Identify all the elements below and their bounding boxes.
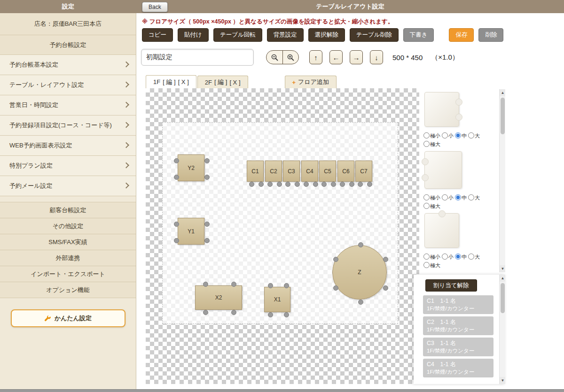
size-radio[interactable]	[442, 132, 448, 138]
size-option[interactable]: 中	[455, 195, 467, 200]
floor-table-C7[interactable]: C7	[355, 161, 372, 182]
assignment-item[interactable]: C3 1-1 名1F/禁煙/カウンター	[423, 338, 494, 356]
table-template-preview[interactable]	[424, 92, 459, 127]
zoom-in-button[interactable]	[282, 51, 298, 64]
floor-table-X2[interactable]: X2	[195, 285, 242, 310]
sidebar-section-header[interactable]: オプション機能	[0, 282, 136, 298]
chair-icon	[203, 282, 208, 287]
sidebar-menu-item[interactable]: 営業日・時間設定	[0, 95, 136, 115]
delete-button[interactable]: 削除	[478, 28, 503, 42]
size-radio[interactable]	[442, 254, 448, 260]
floor-table-C6[interactable]: C6	[337, 161, 354, 182]
floor-table-C2[interactable]: C2	[265, 161, 282, 182]
floor-tab-2F[interactable]: 2F[ 編 ][ X ]	[197, 76, 248, 88]
table-template-preview[interactable]	[424, 151, 462, 189]
size-option[interactable]: 極大	[423, 141, 440, 147]
sidebar-menu-item[interactable]: 予約登録項目設定(コース・コード等)	[0, 115, 136, 136]
size-option[interactable]: 中	[455, 254, 467, 260]
size-option[interactable]: 小	[442, 195, 454, 200]
scroll-up-button[interactable]: ▲	[500, 89, 505, 96]
pan-up-button[interactable]: ↑	[309, 50, 322, 64]
tab-edit-button[interactable]: [ 編 ]	[214, 78, 227, 86]
assignment-scrollbar[interactable]: ▲ ▼	[499, 275, 505, 384]
size-option[interactable]: 大	[468, 195, 480, 200]
tab-edit-button[interactable]: [ 編 ]	[163, 78, 175, 86]
paste-button[interactable]: 貼付け	[178, 28, 209, 42]
sidebar-menu-item[interactable]: 予約メール設定	[0, 176, 136, 196]
floor-table-C3[interactable]: C3	[283, 161, 300, 182]
rotate-table-button[interactable]: テーブル回転	[213, 28, 262, 42]
size-radio[interactable]	[423, 262, 430, 268]
sidebar-section-reservation-ledger[interactable]: 予約台帳設定	[0, 35, 136, 55]
size-radio[interactable]	[442, 194, 448, 200]
size-radio[interactable]	[423, 141, 430, 147]
size-option[interactable]: 極小	[423, 133, 440, 138]
zoom-out-button[interactable]	[266, 51, 282, 64]
deselect-button[interactable]: 選択解除	[308, 28, 345, 42]
pan-down-button[interactable]: ↓	[370, 50, 383, 64]
draft-button[interactable]: 下書き	[403, 28, 434, 42]
assignment-item[interactable]: C2 1-1 名1F/禁煙/カウンター	[423, 316, 494, 335]
sidebar-section-header[interactable]: SMS/FAX実績	[0, 234, 136, 250]
floor-table-C1[interactable]: C1	[247, 161, 264, 182]
size-option[interactable]: 大	[468, 254, 480, 260]
floor-table-C4[interactable]: C4	[301, 161, 318, 182]
tab-floor-label: 2F	[205, 79, 212, 86]
size-radio[interactable]	[423, 203, 430, 209]
sidebar-menu-item[interactable]: WEB予約画面表示設定	[0, 136, 136, 156]
sidebar-section-header[interactable]: その他設定	[0, 218, 136, 234]
size-radio[interactable]	[423, 194, 430, 200]
palette-scrollbar[interactable]: ▲ ▼	[499, 89, 505, 272]
size-radio[interactable]	[455, 254, 461, 260]
size-radio[interactable]	[468, 132, 474, 138]
floor-canvas[interactable]: Y2C1C2C3C4C5C6C7Y1ZX2X1	[146, 88, 419, 384]
size-radio[interactable]	[423, 254, 430, 260]
sidebar-section-header[interactable]: 外部連携	[0, 250, 136, 266]
floor-table-C5[interactable]: C5	[319, 161, 336, 182]
scrollbar-thumb[interactable]	[501, 98, 505, 134]
add-floor-tab[interactable]: + フロア追加	[285, 76, 337, 88]
unassign-button[interactable]: 割り当て解除	[425, 279, 477, 292]
floor-table-Y1[interactable]: Y1	[178, 218, 204, 245]
back-button[interactable]: Back	[142, 2, 168, 12]
scroll-down-button[interactable]: ▼	[500, 265, 505, 272]
pan-right-button[interactable]: →	[350, 50, 363, 64]
size-option[interactable]: 極小	[423, 195, 440, 200]
easy-setting-button[interactable]: かんたん設定	[11, 309, 125, 327]
pan-left-button[interactable]: ←	[329, 50, 343, 64]
tab-close-button[interactable]: [ X ]	[178, 78, 189, 85]
size-option[interactable]: 大	[468, 133, 480, 138]
scroll-up-button[interactable]: ▲	[500, 275, 505, 282]
sidebar-menu-item[interactable]: テーブル・レイアウト設定	[0, 75, 136, 95]
assignment-item[interactable]: C4 1-1 名1F/禁煙/カウンター	[423, 359, 494, 377]
scrollbar-thumb[interactable]	[501, 283, 505, 313]
floor-table-Y2[interactable]: Y2	[178, 154, 204, 181]
sidebar-menu-item[interactable]: 予約台帳基本設定	[0, 55, 136, 75]
sidebar-section-header[interactable]: インポート・エクスポート	[0, 266, 136, 282]
size-option[interactable]: 極大	[423, 262, 440, 268]
size-radio[interactable]	[455, 132, 461, 138]
background-settings-button[interactable]: 背景設定	[267, 28, 304, 42]
size-radio[interactable]	[468, 254, 474, 260]
tab-close-button[interactable]: [ X ]	[229, 79, 240, 86]
delete-table-button[interactable]: テーブル削除	[350, 28, 399, 42]
assignment-item[interactable]: C1 1-1 名1F/禁煙/カウンター	[423, 295, 494, 314]
size-option[interactable]: 極大	[423, 203, 440, 209]
sidebar-section-header[interactable]: 顧客台帳設定	[0, 202, 136, 218]
floor-name-input[interactable]	[141, 49, 254, 66]
size-option[interactable]: 中	[455, 133, 467, 138]
table-template-preview[interactable]	[424, 213, 459, 248]
floor-tab-1F[interactable]: 1F[ 編 ][ X ]	[146, 75, 196, 88]
floor-table-X1[interactable]: X1	[264, 287, 290, 312]
sidebar-menu-item[interactable]: 特別プラン設定	[0, 156, 136, 176]
size-radio[interactable]	[468, 194, 474, 200]
size-option[interactable]: 小	[442, 133, 454, 138]
scroll-down-button[interactable]: ▼	[500, 377, 505, 384]
floor-table-Z[interactable]: Z	[332, 245, 387, 300]
copy-button[interactable]: コピー	[142, 28, 173, 42]
size-radio[interactable]	[423, 132, 430, 138]
save-button[interactable]: 保存	[449, 28, 474, 42]
size-option[interactable]: 極小	[423, 254, 440, 260]
size-radio[interactable]	[455, 194, 461, 200]
size-option[interactable]: 小	[442, 254, 454, 260]
